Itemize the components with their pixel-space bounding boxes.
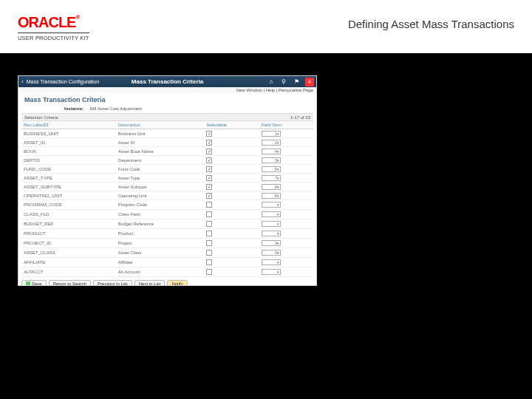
cell-field: BUSINESS_UNIT (21, 129, 116, 138)
fieldnum-select[interactable]: 7 (262, 175, 281, 181)
cell-description: Affiliate (116, 258, 204, 267)
selectable-checkbox[interactable]: ✓ (206, 131, 212, 137)
cell-fieldnum: 6 (259, 183, 313, 191)
selectable-checkbox[interactable]: ✓ (206, 193, 212, 199)
col-fieldnum[interactable]: Field Num (259, 121, 313, 129)
cell-fieldnum (259, 258, 313, 267)
fieldnum-select[interactable] (262, 211, 281, 217)
selectable-checkbox[interactable]: ✓ (206, 184, 212, 190)
fieldnum-select[interactable]: 0 (262, 250, 281, 256)
selectable-checkbox[interactable] (206, 211, 212, 217)
cell-description: Alt Account (116, 267, 204, 277)
cell-field: ASSET_CLASS (21, 248, 116, 258)
cell-field: PRODUCT (21, 229, 116, 239)
next-in-list-button[interactable]: Next in List (134, 280, 166, 286)
cell-description: Budget Reference (116, 219, 204, 229)
table-row: ASSET_SUBTYPEAsset Subtype✓6 (21, 183, 313, 191)
previous-in-list-button[interactable]: Previous in List (93, 280, 132, 286)
flag-icon[interactable]: ⚑ (293, 78, 300, 86)
selectable-checkbox[interactable]: ✓ (206, 149, 212, 154)
cell-description: Class Field (116, 210, 204, 219)
navbar-button[interactable]: ≡ (305, 78, 314, 86)
cell-fieldnum (259, 229, 313, 239)
breadcrumb[interactable]: Mass Transaction Configuration (27, 79, 99, 84)
back-button[interactable]: ‹ (18, 78, 27, 85)
app-screenshot: ‹ Mass Transaction Configuration Mass Tr… (18, 75, 317, 286)
page-title: Mass Transaction Criteria (132, 78, 203, 85)
cell-field: DEPTID (21, 156, 116, 165)
selectable-checkbox[interactable] (206, 250, 212, 256)
cell-field: ASSET_ID (21, 138, 116, 147)
table-row: OPERATING_UNITOperating Unit✓8 (21, 191, 313, 200)
selectable-checkbox[interactable] (206, 202, 212, 208)
form-title: Mass Transaction Criteria (18, 93, 316, 105)
table-row: AFFILIATEAffiliate (21, 258, 313, 267)
oracle-logo: ORACLE® USER PRODUCTIVITY KIT (18, 14, 89, 41)
table-row: PROJECT_IDProject3 (21, 239, 313, 248)
cell-selectable: ✓ (204, 183, 259, 191)
fieldnum-select[interactable]: 2 (262, 140, 281, 146)
table-row: BOOKAsset Book Name✓4 (21, 147, 313, 156)
selectable-checkbox[interactable] (206, 269, 212, 275)
fieldnum-select[interactable]: 6 (262, 184, 281, 190)
fieldnum-select[interactable] (262, 231, 281, 236)
fieldnum-select[interactable] (262, 269, 281, 275)
cell-selectable: ✓ (204, 138, 259, 147)
cell-selectable (204, 219, 259, 229)
table-row: PRODUCTProduct (21, 229, 313, 239)
step-instruction: Click the Nav.Bar button. (336, 106, 443, 117)
cell-selectable (204, 248, 259, 258)
cell-fieldnum: 3 (259, 239, 313, 248)
fieldnum-select[interactable]: 3 (262, 157, 281, 163)
table-row: ASSET_CLASSAsset Class0 (21, 248, 313, 258)
cell-description: Asset Class (116, 248, 204, 258)
cell-description: Fund Code (116, 165, 204, 174)
selectable-checkbox[interactable] (206, 240, 212, 246)
cell-field: PROGRAM_CODE (21, 200, 116, 210)
grid-toolbar: Selection Criteria 1-17 of 23 (21, 113, 313, 121)
logo-subtext: USER PRODUCTIVITY KIT (18, 33, 89, 41)
notify-button[interactable]: Notify (167, 280, 187, 286)
return-to-search-button[interactable]: Return to Search (49, 280, 91, 286)
col-selectable[interactable]: Selectable (204, 121, 259, 129)
search-icon[interactable]: ⚲ (280, 78, 287, 86)
cell-selectable: ✓ (204, 174, 259, 183)
cell-selectable: ✓ (204, 165, 259, 174)
cell-fieldnum (259, 219, 313, 229)
cell-description: Asset Book Name (116, 147, 204, 156)
cell-field: BUDGET_REF (21, 219, 116, 229)
fieldnum-select[interactable]: 1 (262, 131, 281, 137)
fieldnum-select[interactable]: 5 (262, 166, 281, 172)
selectable-checkbox[interactable] (206, 259, 212, 265)
selectable-checkbox[interactable]: ✓ (206, 157, 212, 163)
grid-pager[interactable]: 1-17 of 23 (290, 115, 310, 120)
table-row: DEPTIDDepartment✓3 (21, 156, 313, 165)
col-description[interactable]: Description (116, 121, 204, 129)
fieldnum-select[interactable]: 3 (262, 240, 281, 246)
save-button[interactable]: Save (21, 280, 47, 286)
selectable-checkbox[interactable]: ✓ (206, 140, 212, 146)
selectable-checkbox[interactable]: ✓ (206, 166, 212, 172)
cell-fieldnum: 0 (259, 248, 313, 258)
grid-section-label: Selection Criteria (24, 115, 58, 120)
fieldnum-select[interactable] (262, 259, 281, 265)
selectable-checkbox[interactable]: ✓ (206, 175, 212, 181)
selectable-checkbox[interactable] (206, 221, 212, 227)
cell-fieldnum: 2 (259, 138, 313, 147)
cell-field: ASSET_SUBTYPE (21, 183, 116, 191)
fieldnum-select[interactable] (262, 202, 281, 208)
cell-selectable (204, 200, 259, 210)
page-actions-label[interactable]: New Window | Help | Personalize Page (18, 87, 316, 93)
cell-field: ASSET_TYPE (21, 174, 116, 183)
fieldnum-select[interactable]: 8 (262, 193, 281, 199)
instance-row: Instance: AM Asset Cost Adjustment (18, 105, 316, 113)
fieldnum-select[interactable]: 4 (262, 149, 281, 154)
home-icon[interactable]: ⌂ (267, 78, 275, 86)
cell-description: Asset Type (116, 174, 204, 183)
table-row: BUSINESS_UNITBusiness Unit✓1 (21, 129, 313, 138)
fieldnum-select[interactable] (262, 221, 281, 227)
app-header-bar: ‹ Mass Transaction Configuration Mass Tr… (18, 76, 316, 87)
selectable-checkbox[interactable] (206, 231, 212, 236)
col-field[interactable]: Rec Label23 (21, 121, 116, 129)
cell-selectable: ✓ (204, 191, 259, 200)
